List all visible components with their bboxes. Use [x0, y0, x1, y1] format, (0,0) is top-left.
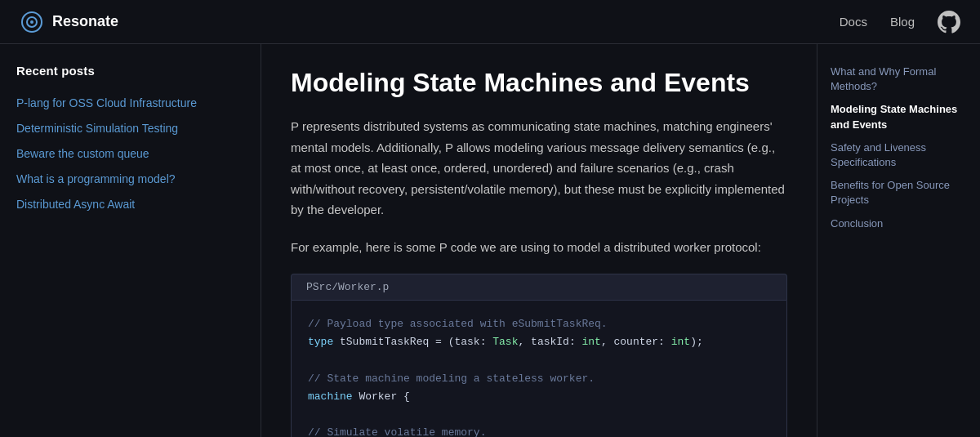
svg-point-2: [30, 20, 33, 24]
header: Resonate Docs Blog: [0, 0, 980, 44]
code-line: // Payload type associated with eSubmitT…: [308, 315, 770, 333]
docs-link[interactable]: Docs: [840, 15, 867, 29]
code-line: type tSubmitTaskReq = (task: Task, taskI…: [308, 333, 770, 351]
resonate-logo-icon: [20, 10, 44, 34]
github-icon[interactable]: [938, 11, 960, 33]
toc-item[interactable]: What and Why Formal Methods?: [831, 60, 967, 98]
toc-items: What and Why Formal Methods?Modeling Sta…: [831, 60, 967, 235]
toc-item[interactable]: Conclusion: [831, 212, 967, 235]
logo-area[interactable]: Resonate: [20, 10, 118, 34]
sidebar-item[interactable]: Distributed Async Await: [16, 192, 244, 217]
sidebar-items: P-lang for OSS Cloud InfrastructureDeter…: [16, 91, 244, 217]
nav-links: Docs Blog: [840, 11, 960, 33]
logo-text: Resonate: [52, 13, 118, 30]
sidebar-item[interactable]: What is a programming model?: [16, 167, 244, 192]
blog-link[interactable]: Blog: [890, 15, 915, 29]
toc-item[interactable]: Safety and Liveness Specifications: [831, 136, 967, 174]
code-block: // Payload type associated with eSubmitT…: [291, 300, 787, 437]
sidebar-title: Recent posts: [16, 64, 244, 78]
article-code-intro: For example, here is some P code we are …: [291, 237, 787, 258]
main-content: Modeling State Machines and Events P rep…: [261, 44, 817, 437]
article-title: Modeling State Machines and Events: [291, 67, 787, 98]
code-line: machine Worker {: [308, 388, 770, 406]
sidebar-item[interactable]: Beware the custom queue: [16, 141, 244, 167]
sidebar-item[interactable]: Deterministic Simulation Testing: [16, 116, 244, 141]
code-filename: PSrc/Worker.p: [291, 274, 787, 300]
toc-item[interactable]: Benefits for Open Source Projects: [831, 174, 967, 212]
code-line: // State machine modeling a stateless wo…: [308, 370, 770, 388]
main-layout: Recent posts P-lang for OSS Cloud Infras…: [0, 44, 980, 437]
code-line: [308, 406, 770, 424]
code-line: // Simulate volatile memory.: [308, 424, 770, 437]
toc-sidebar: What and Why Formal Methods?Modeling Sta…: [817, 44, 980, 437]
toc-item[interactable]: Modeling State Machines and Events: [831, 98, 967, 136]
code-section: PSrc/Worker.p // Payload type associated…: [291, 274, 787, 437]
code-line: [308, 352, 770, 370]
sidebar: Recent posts P-lang for OSS Cloud Infras…: [0, 44, 261, 437]
article-body: P represents distributed systems as comm…: [291, 116, 787, 221]
sidebar-item[interactable]: P-lang for OSS Cloud Infrastructure: [16, 91, 244, 116]
